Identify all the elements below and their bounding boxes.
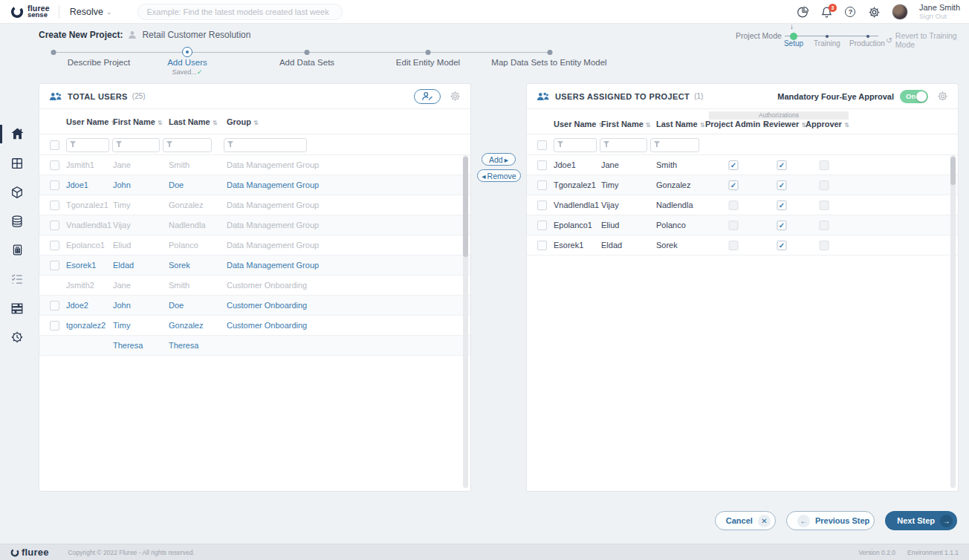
four-eye-approval-toggle[interactable]: On xyxy=(900,90,928,103)
reviewer-checkbox[interactable]: ✓ xyxy=(777,180,787,190)
table-row[interactable]: Esorek1EldadSorekData Management Group xyxy=(39,255,470,276)
add-user-button[interactable] xyxy=(414,89,441,104)
sidebar-item-settings-history[interactable] xyxy=(0,322,34,351)
step-5-label[interactable]: Map Data Sets to Entity Model xyxy=(491,58,606,67)
notifications-bell-icon[interactable]: 3 xyxy=(820,6,833,19)
reviewer-checkbox[interactable]: ✓ xyxy=(777,221,787,230)
user-avatar[interactable] xyxy=(892,4,908,20)
row-checkbox[interactable] xyxy=(50,301,59,310)
table-row[interactable]: Tgonzalez1TimyGonzalez✓✓ xyxy=(527,175,958,195)
step-dot-4[interactable] xyxy=(426,50,431,55)
project-admin-checkbox[interactable]: ✓ xyxy=(729,160,739,170)
filter-user-name[interactable] xyxy=(66,137,109,152)
mode-dot-production[interactable] xyxy=(866,35,869,38)
sort-icon[interactable]: ⇅ xyxy=(213,120,218,126)
settings-gear-icon[interactable] xyxy=(868,6,881,19)
previous-step-button[interactable]: ←Previous Step xyxy=(786,511,875,530)
step-dot-3[interactable] xyxy=(305,50,310,55)
table-row[interactable]: Vnadlendla1VijayNadlendlaData Management… xyxy=(39,215,470,235)
row-checkbox[interactable] xyxy=(50,180,59,190)
search-input[interactable] xyxy=(147,7,333,16)
approver-checkbox[interactable] xyxy=(820,241,829,250)
table-row[interactable]: Esorek1EldadSorek✓ xyxy=(527,235,958,255)
approver-checkbox[interactable] xyxy=(820,201,829,210)
table-row[interactable]: tgonzalez2TimyGonzalezCustomer Onboardin… xyxy=(39,316,470,336)
row-checkbox[interactable] xyxy=(537,160,547,170)
search-bar[interactable] xyxy=(137,4,343,20)
mode-dot-training[interactable] xyxy=(826,35,829,38)
table-row[interactable]: Epolanco1EliudPolanco✓ xyxy=(527,215,958,235)
sign-out-link[interactable]: Sign Out xyxy=(919,12,960,20)
table-row[interactable]: Jdoe1JohnDoeData Management Group xyxy=(39,175,470,195)
filter-group[interactable] xyxy=(224,137,307,152)
step-2-label[interactable]: Add Users xyxy=(167,58,207,67)
sort-icon[interactable]: ⇅ xyxy=(158,120,163,126)
row-checkbox[interactable] xyxy=(50,201,59,210)
step-dot-1[interactable] xyxy=(51,50,56,55)
row-checkbox[interactable] xyxy=(50,221,59,230)
sidebar-item-cube[interactable] xyxy=(0,178,34,206)
table-row[interactable]: Tgonzalez1TimyGonzalezData Management Gr… xyxy=(39,195,470,215)
row-checkbox[interactable] xyxy=(50,261,59,270)
filter-last-name[interactable] xyxy=(650,137,699,152)
step-dot-5[interactable] xyxy=(548,50,553,55)
scrollbar-track[interactable] xyxy=(463,155,468,488)
sidebar-item-home[interactable] xyxy=(0,120,34,149)
step-4-label[interactable]: Edit Entity Model xyxy=(396,58,460,67)
row-checkbox[interactable] xyxy=(537,180,547,190)
approver-checkbox[interactable] xyxy=(820,221,829,230)
reviewer-checkbox[interactable]: ✓ xyxy=(777,160,787,170)
scrollbar-thumb[interactable] xyxy=(950,157,956,185)
row-checkbox[interactable] xyxy=(537,241,547,250)
step-3-label[interactable]: Add Data Sets xyxy=(279,58,334,67)
next-step-button[interactable]: Next Step→ xyxy=(885,511,957,530)
select-all-checkbox[interactable] xyxy=(537,140,547,150)
sidebar-item-grid[interactable] xyxy=(0,149,34,178)
analytics-pie-icon[interactable] xyxy=(797,6,809,19)
table-row[interactable]: Epolanco1EliudPolancoData Management Gro… xyxy=(39,235,470,255)
row-checkbox[interactable] xyxy=(50,321,59,331)
add-selected-button[interactable]: Add▸ xyxy=(482,153,516,166)
project-admin-checkbox[interactable] xyxy=(729,241,739,250)
scrollbar-thumb[interactable] xyxy=(463,157,468,257)
row-checkbox[interactable] xyxy=(50,241,59,250)
resolve-dropdown[interactable]: Resolve⌄ xyxy=(70,7,112,17)
row-checkbox[interactable] xyxy=(537,201,547,210)
sidebar-item-checklist[interactable] xyxy=(0,264,34,293)
panel-settings-gear-icon[interactable] xyxy=(450,91,461,102)
table-row[interactable]: Jdoe2JohnDoeCustomer Onboarding xyxy=(39,296,470,316)
sidebar-item-database[interactable] xyxy=(0,206,34,235)
table-row[interactable]: Jsmith2JaneSmithCustomer Onboarding xyxy=(39,276,470,296)
sort-icon[interactable]: ⇅ xyxy=(253,120,259,126)
reviewer-checkbox[interactable]: ✓ xyxy=(777,201,787,210)
project-admin-checkbox[interactable]: ✓ xyxy=(729,180,739,190)
step-dot-2[interactable] xyxy=(182,47,192,57)
step-1-label[interactable]: Describe Project xyxy=(68,58,130,67)
reviewer-checkbox[interactable]: ✓ xyxy=(777,241,787,250)
select-all-checkbox[interactable] xyxy=(50,140,59,150)
cancel-button[interactable]: Cancel✕ xyxy=(715,511,776,530)
panel-settings-gear-icon[interactable] xyxy=(937,91,948,102)
sort-icon[interactable]: ⇅ xyxy=(844,122,849,128)
help-icon[interactable]: ? xyxy=(844,6,857,19)
filter-first-name[interactable] xyxy=(112,137,160,152)
row-checkbox[interactable] xyxy=(537,221,547,230)
approver-checkbox[interactable] xyxy=(820,180,829,190)
row-checkbox[interactable] xyxy=(50,160,59,170)
filter-user-name[interactable] xyxy=(554,137,597,152)
table-row[interactable]: Jsmith1JaneSmithData Management Group xyxy=(39,155,470,175)
scrollbar-track[interactable] xyxy=(950,155,956,488)
filter-first-name[interactable] xyxy=(600,137,647,152)
sort-icon[interactable]: ⇅ xyxy=(646,122,651,128)
filter-last-name[interactable] xyxy=(163,137,212,152)
project-admin-checkbox[interactable] xyxy=(729,201,739,210)
table-row[interactable]: Vnadlendla1VijayNadlendla✓ xyxy=(527,195,958,215)
sidebar-item-report[interactable] xyxy=(0,235,34,264)
sort-icon[interactable]: ⇅ xyxy=(700,122,705,128)
table-row[interactable]: Jdoe1JaneSmith✓✓ xyxy=(527,155,958,175)
project-admin-checkbox[interactable] xyxy=(729,221,739,230)
remove-selected-button[interactable]: ◂Remove xyxy=(477,169,521,182)
approver-checkbox[interactable] xyxy=(820,160,829,170)
sidebar-item-layers[interactable] xyxy=(0,293,34,322)
table-row[interactable]: TheresaTheresa xyxy=(39,336,470,356)
